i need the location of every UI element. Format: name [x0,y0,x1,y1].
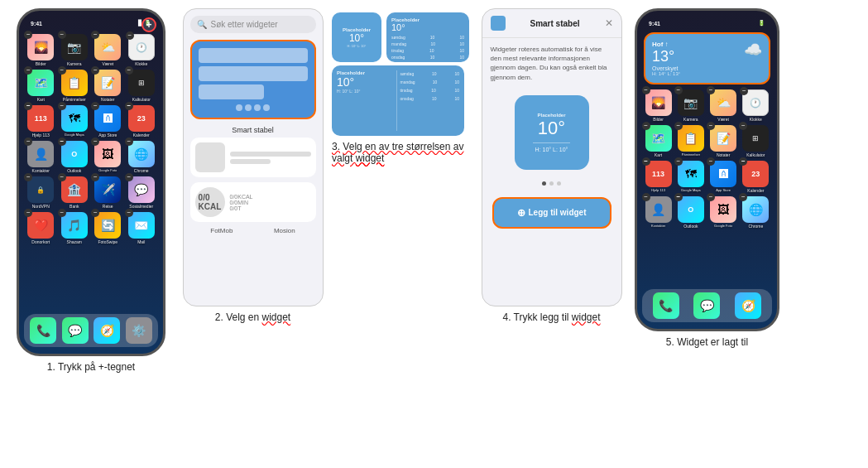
app-googlefoto[interactable]: 🖼 Google Foto [93,141,123,173]
s5-klokke[interactable]: 🕐 Klokke [741,89,770,122]
app-chrome[interactable]: 🌐 Chrome [127,141,157,173]
bilder-icon: 🌄 [27,34,54,60]
fitmos-stats: 0/0KCAL0/0MIN0/0T [230,194,311,211]
app-kalender[interactable]: 23 Kalender [127,105,157,138]
notater-icon: 📝 [94,70,121,96]
s5-hjelp113[interactable]: 113 Hjelp 113 [644,161,673,193]
app-varet[interactable]: ⛅ Været [93,34,123,66]
widget-temp: 13° [652,48,680,65]
temp-divider [533,142,569,143]
widget-list-item-2[interactable]: 0/0KCAL 0/0KCAL0/0MIN0/0T [190,182,316,222]
app-notater[interactable]: 📝 Notater [93,70,123,102]
s5-chrome[interactable]: 🌐 Chrome [741,196,770,229]
s5-notater[interactable]: 📝 Notater [709,125,738,157]
s5-appstore[interactable]: 🅰 App Store [709,161,738,193]
kamera-icon: 📷 [61,34,88,60]
step4-container: Smart stabel ✕ Widgeter roteres automati… [479,8,624,323]
dock-messages[interactable]: 💬 [62,317,89,344]
iphone-step1: 9:41 ▊ 🔋 + 🌄 Bilder 📷 Kamera ⛅ Været [17,8,165,356]
dock5-messages[interactable]: 💬 [693,292,720,319]
app-sosialmedier[interactable]: 💬 Sosialmedier [127,176,157,209]
dock5-safari[interactable]: 🧭 [735,292,761,319]
widget-condition: Overskyet [652,65,680,71]
app-donorkort[interactable]: ❤️ Donorkort [26,212,56,244]
add-button-label: Legg til widget [529,208,587,217]
app-bank[interactable]: 🏦 Bank [60,176,90,209]
large-weather-row-1: søndag 10 10 [400,70,460,77]
s5-kart[interactable]: 🗺️ Kart [644,125,673,157]
smart-stabel-card[interactable] [190,40,316,119]
varet-icon: ⛅ [94,34,121,60]
s5-klokke-label: Klokke [750,117,762,122]
app-bilder[interactable]: 🌄 Bilder [26,34,56,66]
plus-button[interactable]: + [141,17,156,32]
iphone-step5: 9:41 🔋 Hof ↑ 13° Overskyet H: 14° L: 13°… [635,8,779,331]
s5-kalkulator[interactable]: ⊞ Kalkulator [741,125,770,157]
s5-kontakter[interactable]: 👤 Kontakter [644,196,673,229]
dock-phone[interactable]: 📞 [30,317,56,344]
kart-icon: 🗺️ [27,70,54,96]
googlemaps-label: Google Maps [65,133,84,137]
shazam-label: Shazam [67,239,82,244]
s5-kamera-icon: 📷 [678,89,704,116]
app-kart[interactable]: 🗺️ Kart [26,70,56,102]
app-kalkulator[interactable]: ⊞ Kalkulator [127,70,157,102]
s5-kart-icon: 🗺️ [645,125,672,152]
step5-grid-row2: 🗺️ Kart 📋 Påminnelser 📝 Notater ⊞ Kalkul… [642,123,772,159]
s5-kamera[interactable]: 📷 Kamera [676,89,705,122]
smart-stabel-title: Smart stabel [190,126,316,134]
googlefoto-icon: 🖼 [94,141,121,167]
app-kamera[interactable]: 📷 Kamera [60,34,90,66]
app-klokke[interactable]: 🕐 Klokke [127,34,157,66]
app-mail[interactable]: ✉️ Mail [127,212,157,244]
s5-bilder[interactable]: 🌄 Bilder [644,89,673,122]
app-fotoswipe[interactable]: 🔄 FotoSwipe [93,212,123,244]
app-kontakter[interactable]: 👤 Kontakter [26,141,56,173]
dock-settings[interactable]: ⚙️ [126,317,152,344]
kalender-icon: 23 [128,105,155,132]
s5-gmaps-icon: 🗺 [678,161,704,187]
s5-pam-label: Påminnelser [682,152,700,157]
app-hjelp113[interactable]: 113 Hjelp 113 [26,105,56,138]
s5-outlook-label: Outlook [683,224,698,229]
widget-search-bar[interactable]: 🔍 Søk etter widgeter [190,16,316,33]
widget-city: Hof ↑ [652,41,680,48]
outlook-label: Outlook [67,168,81,173]
sheet-close-button[interactable]: ✕ [605,17,613,29]
step1-label: 1. Trykk på +-tegnet [47,361,135,373]
widget-thumb-1 [195,142,225,172]
appstore-icon: 🅰 [94,105,121,132]
s5-paminnelser[interactable]: 📋 Påminnelser [676,125,705,157]
s5-pam-icon: 📋 [678,125,704,152]
s5-kalender[interactable]: 23 Kalender [741,161,770,193]
app-paminnelser[interactable]: 📋 Påminnelser [60,70,90,102]
dock-safari[interactable]: 🧭 [94,317,120,344]
s5-klokke-icon: 🕐 [742,89,769,116]
app-nordvpn[interactable]: 🔒 NordVPN [26,176,56,209]
sheet-widget-preview: Placeholder 10° H: 10° L: 10° [515,95,589,170]
donorkort-icon: ❤️ [27,212,54,239]
widget-list-item-1[interactable] [190,138,316,177]
app-reise[interactable]: ✈️ Reise [93,176,123,209]
add-widget-button[interactable]: ⊕ Legg til widget [492,197,611,229]
app-outlook[interactable]: O Outlook [60,141,90,173]
widget-dots [199,104,308,111]
app-googlemaps[interactable]: 🗺 Google Maps [60,105,90,138]
dock5-phone[interactable]: 📞 [653,292,679,319]
s5-gmaps[interactable]: 🗺 Google Maps [676,161,705,193]
app-shazam[interactable]: 🎵 Shazam [60,212,90,244]
widget-picker: 🔍 Søk etter widgeter Smart stabel 0/0KCA… [183,8,324,306]
s5-gfoto[interactable]: 🖼 Google Foto [709,196,738,229]
step2-label: 2. Velg en widget [215,311,290,323]
app-grid-row3: 113 Hjelp 113 🗺 Google Maps 🅰 App Store … [24,104,158,139]
step2-underline: widget [262,311,291,323]
sheet-temp: 10° [538,118,565,139]
add-icon: ⊕ [517,207,525,219]
s5-outlook[interactable]: O Outlook [676,196,705,229]
app-grid-row6: ❤️ Donorkort 🎵 Shazam 🔄 FotoSwipe ✉️ Mai… [24,210,158,246]
s5-varet[interactable]: ⛅ Været [709,89,738,122]
app-appstore[interactable]: 🅰 App Store [93,105,123,138]
step5-grid-row1: 🌄 Bilder 📷 Kamera ⛅ Været 🕐 Klokke [642,88,772,123]
weather-widget-added[interactable]: Hof ↑ 13° Overskyet H: 14° L: 13° ☁️ [644,32,770,84]
s5-113-icon: 113 [645,161,672,187]
